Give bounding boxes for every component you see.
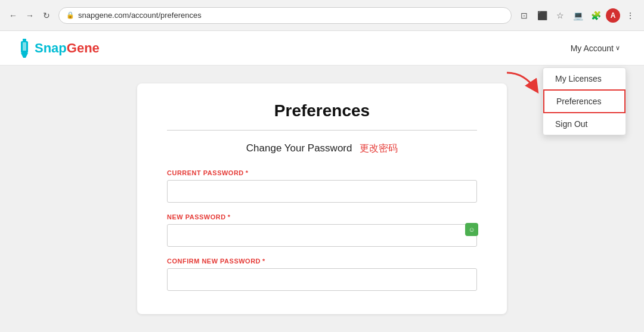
new-password-field: NEW PASSWORD * ☺ — [167, 213, 477, 247]
back-button[interactable]: ← — [6, 8, 20, 23]
puzzle-icon[interactable]: 🧩 — [588, 8, 603, 23]
required-marker-2: * — [228, 213, 231, 221]
current-password-label: CURRENT PASSWORD * — [167, 169, 477, 176]
dropdown-item-sign-out[interactable]: Sign Out — [543, 113, 626, 135]
browser-nav-buttons: ← → ↻ — [6, 8, 54, 23]
my-account-button[interactable]: My Account ∨ — [565, 40, 626, 57]
lock-icon: 🔒 — [66, 11, 75, 19]
profile-avatar[interactable]: A — [606, 8, 620, 23]
card-title: Preferences — [167, 101, 477, 120]
site-header: SnapGene My Account ∨ My Licenses Prefer… — [0, 31, 644, 66]
device-icon[interactable]: 💻 — [570, 8, 586, 23]
new-password-input[interactable] — [167, 224, 477, 247]
password-extension-icon: ☺ — [465, 223, 478, 236]
logo-snap: Snap — [35, 41, 67, 55]
current-password-input[interactable] — [167, 180, 477, 203]
star-icon[interactable]: ☆ — [552, 8, 568, 23]
address-bar[interactable]: 🔒 snapgene.com/account/preferences — [58, 7, 512, 24]
cast-icon[interactable]: ⬛ — [534, 8, 550, 23]
browser-icons: ⊡ ⬛ ☆ 💻 🧩 A ⋮ — [516, 8, 638, 23]
forward-button[interactable]: → — [23, 8, 37, 23]
page-content: SnapGene My Account ∨ My Licenses Prefer… — [0, 31, 644, 332]
nav-right: My Account ∨ My Licenses Preferences Sig… — [565, 40, 626, 57]
logo-area: SnapGene — [18, 39, 100, 58]
chevron-down-icon: ∨ — [615, 44, 620, 52]
confirm-password-label: CONFIRM NEW PASSWORD * — [167, 257, 477, 265]
refresh-button[interactable]: ↻ — [39, 8, 54, 23]
dropdown-item-preferences[interactable]: Preferences — [543, 89, 626, 113]
section-title: Change Your Password 更改密码 — [167, 142, 477, 155]
snapgene-logo-icon — [18, 39, 31, 58]
screenshot-icon[interactable]: ⊡ — [516, 8, 532, 23]
required-marker: * — [246, 169, 249, 176]
title-divider — [167, 130, 477, 131]
url-text: snapgene.com/account/preferences — [78, 11, 202, 20]
menu-icon[interactable]: ⋮ — [623, 8, 638, 23]
dropdown-menu: My Licenses Preferences Sign Out — [543, 67, 626, 135]
change-password-label: Change Your Password — [246, 142, 352, 154]
browser-chrome: ← → ↻ 🔒 snapgene.com/account/preferences… — [0, 0, 644, 31]
svg-marker-3 — [21, 53, 28, 58]
current-password-field: CURRENT PASSWORD * — [167, 169, 477, 203]
svg-rect-2 — [23, 42, 26, 51]
change-password-chinese: 更改密码 — [360, 143, 398, 153]
new-password-label: NEW PASSWORD * — [167, 213, 477, 221]
preferences-card: Preferences Change Your Password 更改密码 CU… — [137, 83, 507, 314]
logo-text: SnapGene — [35, 41, 100, 56]
required-marker-3: * — [262, 257, 265, 265]
dropdown-item-my-licenses[interactable]: My Licenses — [543, 68, 626, 89]
my-account-label: My Account — [571, 44, 614, 53]
confirm-password-field: CONFIRM NEW PASSWORD * — [167, 257, 477, 291]
confirm-password-input[interactable] — [167, 268, 477, 291]
new-password-wrapper: ☺ — [167, 224, 477, 247]
logo-gene: Gene — [67, 41, 100, 55]
svg-rect-0 — [23, 39, 26, 41]
